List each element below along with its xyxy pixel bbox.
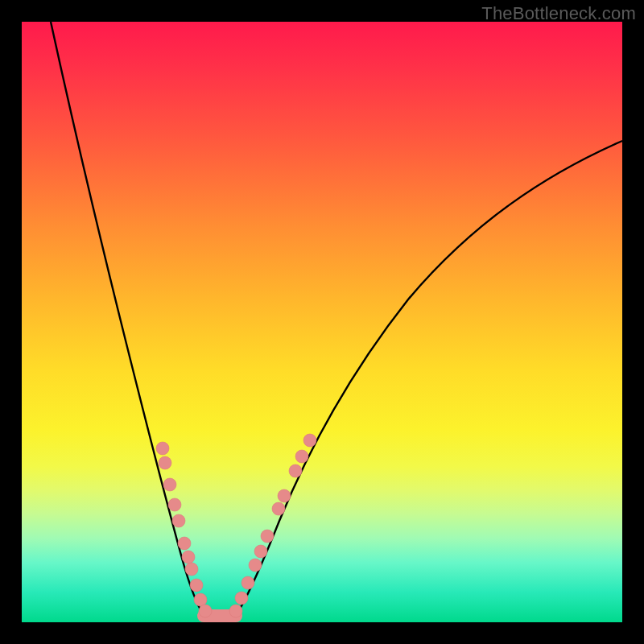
data-marker <box>303 434 316 447</box>
data-marker <box>194 593 207 606</box>
data-marker <box>289 464 302 477</box>
data-marker <box>159 456 171 469</box>
data-marker <box>229 605 242 617</box>
data-marker <box>163 478 176 491</box>
data-marker <box>185 563 198 576</box>
data-marker <box>235 592 248 605</box>
data-marker <box>182 551 195 564</box>
data-marker <box>295 450 308 463</box>
chart-svg <box>22 22 622 622</box>
data-marker <box>249 559 262 572</box>
data-marker <box>190 579 203 592</box>
data-marker <box>199 605 212 617</box>
curve-left-branch <box>51 22 205 617</box>
data-marker <box>254 545 267 558</box>
chart-plot-area <box>22 22 622 622</box>
data-marker <box>172 514 185 527</box>
watermark-text: TheBottleneck.com <box>481 3 636 24</box>
marker-group <box>156 434 316 617</box>
curve-right-branch <box>234 141 622 617</box>
data-marker <box>242 576 254 589</box>
data-marker <box>272 502 285 515</box>
data-marker <box>261 530 274 543</box>
data-marker <box>156 442 169 455</box>
data-marker <box>178 537 191 550</box>
data-marker <box>168 498 181 511</box>
data-marker <box>278 489 291 502</box>
